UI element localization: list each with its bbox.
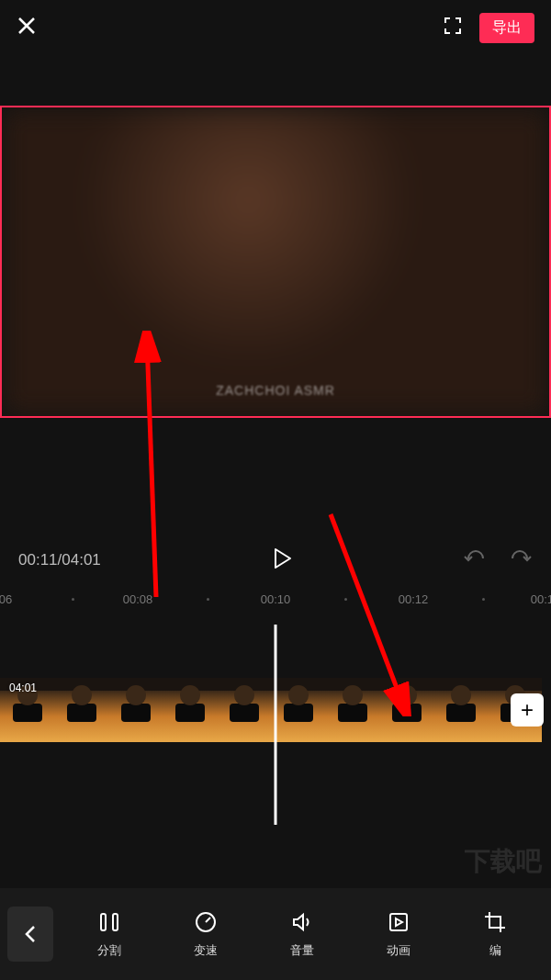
tool-label: 编 xyxy=(489,942,501,959)
redo-button[interactable] xyxy=(509,549,533,571)
timecode: 00:11/04:01 xyxy=(18,551,101,569)
ruler-tick: 00:14 xyxy=(531,592,551,606)
tool-label: 变速 xyxy=(194,942,218,959)
tool-edit[interactable]: 编 xyxy=(447,909,544,959)
animation-icon xyxy=(387,909,410,935)
video-watermark: ZACHCHOI ASMR xyxy=(216,383,335,398)
tool-split[interactable]: 分割 xyxy=(61,909,157,959)
tool-volume[interactable]: 音量 xyxy=(253,909,350,959)
split-icon xyxy=(97,909,121,935)
video-preview[interactable]: ZACHCHOI ASMR xyxy=(0,106,551,418)
svg-rect-2 xyxy=(101,914,106,930)
ruler-tick: 00:10 xyxy=(261,592,291,606)
svg-rect-3 xyxy=(113,914,118,930)
play-button[interactable] xyxy=(272,547,292,573)
tool-label: 分割 xyxy=(97,942,121,959)
playhead[interactable] xyxy=(275,625,277,825)
add-clip-button[interactable]: + xyxy=(511,693,544,727)
site-watermark: 下载吧 xyxy=(465,844,542,879)
back-button[interactable] xyxy=(7,907,53,962)
close-button[interactable] xyxy=(17,13,37,42)
tool-speed[interactable]: 变速 xyxy=(157,909,253,959)
time-ruler[interactable]: 06 00:08 00:10 00:12 00:14 xyxy=(0,584,551,614)
video-clip[interactable]: 04:01 xyxy=(0,678,542,742)
crop-icon xyxy=(483,909,507,935)
ruler-tick: 00:12 xyxy=(399,592,429,606)
volume-icon xyxy=(290,909,314,935)
tool-label: 动画 xyxy=(387,942,410,959)
svg-rect-5 xyxy=(390,914,407,930)
tool-label: 音量 xyxy=(290,942,314,959)
undo-button[interactable] xyxy=(463,549,487,571)
fullscreen-button[interactable] xyxy=(443,16,463,39)
tool-animation[interactable]: 动画 xyxy=(351,909,447,959)
speed-icon xyxy=(194,909,218,935)
clip-duration-label: 04:01 xyxy=(9,681,37,694)
ruler-tick: 06 xyxy=(0,592,12,606)
ruler-tick: 00:08 xyxy=(123,592,153,606)
export-button[interactable]: 导出 xyxy=(479,13,534,43)
